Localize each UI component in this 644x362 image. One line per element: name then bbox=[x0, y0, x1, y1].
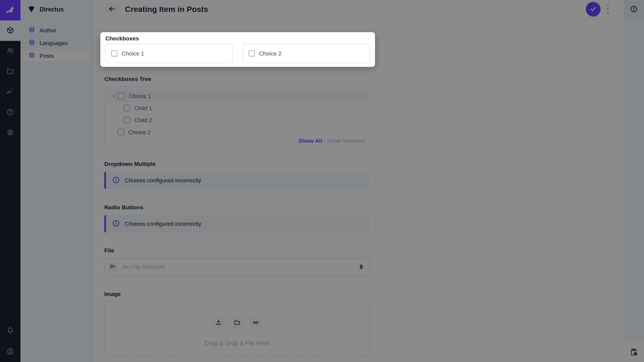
field-label: Checkboxes bbox=[105, 35, 370, 42]
directus-app: Directus Author Languages Posts bbox=[0, 0, 644, 362]
checkbox[interactable] bbox=[248, 50, 255, 57]
checkbox-label: Choice 1 bbox=[122, 50, 144, 57]
checkbox-options: Choice 1 Choice 2 bbox=[105, 44, 370, 63]
checkbox[interactable] bbox=[111, 50, 118, 57]
checkbox-option-choice-2[interactable]: Choice 2 bbox=[243, 44, 370, 63]
checkbox-label: Choice 2 bbox=[259, 50, 282, 57]
spotlight-checkboxes-field: Checkboxes Choice 1 Choice 2 bbox=[100, 32, 375, 67]
checkbox-option-choice-1[interactable]: Choice 1 bbox=[105, 44, 232, 63]
